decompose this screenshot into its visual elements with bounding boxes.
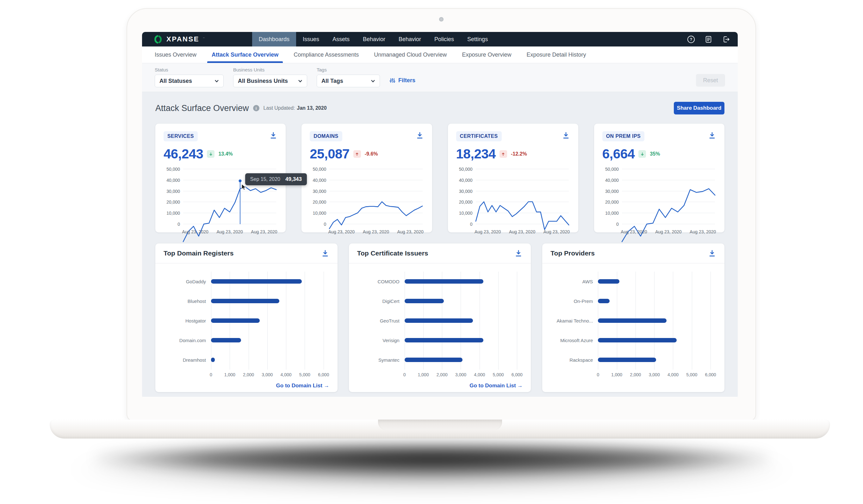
brand-name: XPANSE: [166, 35, 199, 43]
stat-value: 46,243: [164, 147, 203, 162]
gridline: [324, 272, 324, 370]
delta-arrow-up-icon: [500, 150, 507, 158]
reset-button[interactable]: Reset: [696, 74, 725, 87]
download-icon[interactable]: [416, 131, 424, 139]
stat-value: 6,664: [602, 147, 635, 162]
nav-item-assets[interactable]: Assets: [326, 32, 356, 47]
bar-row-dreamhost: Dreamhost: [164, 350, 324, 370]
delta-arrow-up-icon: [353, 150, 361, 158]
y-tick-label: 10,000: [164, 211, 180, 216]
bar-track: [598, 318, 711, 323]
nav-item-policies[interactable]: Policies: [428, 32, 461, 47]
filters-button[interactable]: Filters: [389, 77, 415, 84]
x-tick-label: 1,000: [417, 372, 429, 377]
tab-exposure-overview[interactable]: Exposure Overview: [454, 47, 519, 63]
tab-exposure-detail-history[interactable]: Exposure Detail History: [519, 47, 593, 63]
tab-compliance-assessments[interactable]: Compliance Assessments: [286, 47, 366, 63]
line-series: [329, 169, 422, 262]
delta-percent: 13.4%: [218, 151, 233, 157]
y-tick-label: 10,000: [310, 211, 326, 216]
stat-card-title: SERVICES: [164, 131, 198, 141]
y-tick-label: 0: [602, 222, 619, 227]
x-tick-label: Aug 23, 2020: [655, 229, 681, 234]
release-notes-icon[interactable]: [704, 35, 713, 43]
filter-label: Tags: [317, 67, 380, 72]
x-tick-label: Aug 23, 2020: [397, 229, 424, 234]
x-tick-label: 3,000: [649, 372, 660, 377]
go-to-domain-list-link[interactable]: Go to Domain List →: [276, 382, 329, 389]
y-tick-label: 20,000: [310, 200, 326, 204]
line-chart-domains[interactable]: 010,00020,00030,00040,00050,000Aug 23, 2…: [310, 169, 424, 234]
nav-item-issues[interactable]: Issues: [296, 32, 326, 47]
y-tick-label: 30,000: [310, 189, 326, 194]
tab-attack-surface-overview[interactable]: Attack Surface Overview: [204, 47, 286, 63]
bar-card-footer: [542, 379, 724, 392]
bar: [404, 318, 473, 323]
webcam-dot: [439, 17, 443, 22]
laptop-lid: XPANSE ⎯ DashboardsIssuesAssetsBehaviorB…: [127, 8, 756, 421]
filter-select-value: All Statuses: [160, 78, 192, 85]
gridline: [517, 272, 517, 370]
bar-plot-top-domain-registers[interactable]: GoDaddyBluehostHostgatorDomain.comDreamh…: [164, 272, 324, 379]
bar-track: [598, 338, 711, 342]
download-icon[interactable]: [708, 131, 716, 139]
line-plot: [476, 169, 569, 224]
y-tick-label: 0: [456, 222, 473, 227]
go-to-domain-list-link[interactable]: Go to Domain List →: [470, 382, 523, 389]
filter-select-tags[interactable]: All Tags: [317, 75, 380, 87]
bar-track: [404, 338, 517, 342]
bar-category-label: Microsoft Azure: [550, 338, 598, 343]
y-tick-label: 40,000: [602, 178, 619, 183]
bar: [598, 318, 666, 323]
line-chart-certificates[interactable]: 010,00020,00030,00040,00050,000Aug 23, 2…: [456, 169, 570, 234]
nav-item-behavior-2[interactable]: Behavior: [392, 32, 428, 47]
stat-number-row: 6,66435%: [602, 147, 716, 162]
chevron-down-icon: [371, 79, 375, 83]
x-tick-label: 3,000: [262, 372, 273, 377]
bar-row-bluehost: Bluehost: [164, 291, 324, 311]
nav-item-settings[interactable]: Settings: [461, 32, 495, 47]
nav-item-dashboards[interactable]: Dashboards: [252, 32, 296, 47]
share-dashboard-button[interactable]: Share Dashboard: [674, 102, 724, 114]
delta-arrow-down-icon: [638, 150, 646, 158]
laptop-mockup: XPANSE ⎯ DashboardsIssuesAssetsBehaviorB…: [0, 0, 863, 504]
info-icon[interactable]: i: [253, 105, 259, 111]
xpanse-logo-icon: [154, 35, 163, 43]
bar-plot-top-providers[interactable]: AWSOn-PremAkamai Techno...Microsoft Azur…: [550, 272, 711, 379]
line-chart-services[interactable]: Sep 15, 202049,343010,00020,00030,00040,…: [164, 169, 277, 234]
tooltip-marker-dot: [239, 179, 241, 182]
stat-card-header: DOMAINS: [310, 131, 424, 141]
download-icon[interactable]: [321, 249, 329, 257]
chart-tooltip: Sep 15, 202049,343: [245, 173, 307, 185]
x-tick-label: Aug 23, 2020: [182, 229, 209, 234]
filter-select-business-units[interactable]: All Business Units: [233, 75, 307, 87]
bar-track: [404, 299, 517, 303]
logout-icon[interactable]: [722, 35, 730, 43]
bar: [404, 338, 483, 342]
download-icon[interactable]: [562, 131, 570, 139]
bar-plot-top-certificate-issuers[interactable]: COMODODigiCertGeoTrustVerisignSymantec01…: [357, 272, 517, 379]
x-tick-label: 5,000: [686, 372, 697, 377]
bar-card-footer: Go to Domain List →: [155, 379, 338, 392]
x-tick-label: 6,000: [705, 372, 716, 377]
stat-number-row: 18,234-12.2%: [456, 147, 570, 162]
bar: [598, 299, 610, 303]
help-icon[interactable]: ?: [687, 35, 695, 43]
nav-item-behavior[interactable]: Behavior: [356, 32, 392, 47]
filter-label: Status: [155, 67, 224, 72]
line-chart-on-prem-ips[interactable]: 010,00020,00030,00040,00050,000Aug 23, 2…: [602, 169, 716, 234]
tab-issues-overview[interactable]: Issues Overview: [147, 47, 204, 63]
filter-select-status[interactable]: All Statuses: [155, 75, 224, 87]
tab-unmanaged-cloud-overview[interactable]: Unmanaged Cloud Overview: [366, 47, 454, 63]
bar-row-aws: AWS: [550, 272, 711, 291]
download-icon[interactable]: [269, 131, 277, 139]
bar: [211, 338, 241, 342]
bar-track: [598, 357, 711, 362]
dashboard-content: Attack Surface Overview i Last Updated: …: [142, 92, 738, 397]
x-tick-label: 2,000: [437, 372, 448, 377]
bar-card-top-providers: Top ProvidersAWSOn-PremAkamai Techno...M…: [542, 243, 724, 392]
bar-track: [404, 318, 517, 323]
bar-track: [211, 338, 324, 342]
filter-label: Business Units: [233, 67, 307, 72]
y-tick-label: 50,000: [456, 167, 473, 172]
